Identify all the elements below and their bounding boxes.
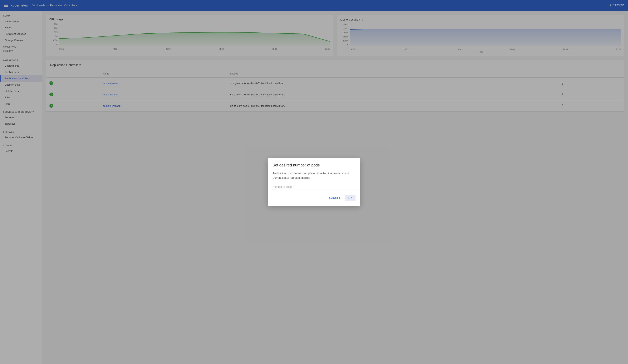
dialog-actions: CANCEL OK [272, 195, 356, 201]
pods-input-wrap [272, 184, 356, 190]
dialog: Set desired number of pods Replication c… [268, 158, 360, 206]
dialog-overlay[interactable]: Set desired number of pods Replication c… [0, 0, 628, 364]
pods-number-input[interactable] [272, 184, 356, 189]
ok-button[interactable]: OK [345, 195, 356, 201]
dialog-body: Replication controller will be updated t… [272, 171, 356, 180]
dialog-title: Set desired number of pods [272, 163, 356, 167]
dialog-body-line1: Replication controller will be updated t… [272, 172, 350, 175]
cancel-button[interactable]: CANCEL [326, 195, 344, 201]
dialog-body-line2: Current status: created, desired [272, 176, 310, 179]
